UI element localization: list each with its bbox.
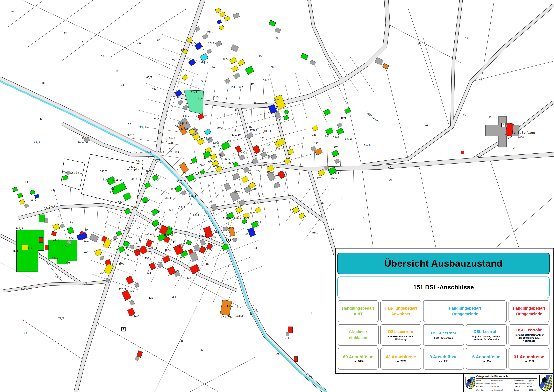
lot-line <box>306 76 313 92</box>
parcel-label: 50/1 <box>200 164 206 167</box>
parcel-label: 109 <box>252 187 257 190</box>
parcel-label: 155 <box>238 85 243 88</box>
parcel-label: 33 <box>40 117 42 120</box>
legend-method-5: DSL-LeerrohrHier sind Baumaßnahmen der O… <box>508 324 549 346</box>
parcel-label: 36/8 <box>158 151 164 154</box>
parcel-label: 39/1 <box>167 209 173 212</box>
building-e <box>234 73 240 79</box>
parcel-label: 12 <box>86 229 89 232</box>
building-e <box>89 234 99 242</box>
field-value: Anlage 2 Glasfaserinfrastruktur <box>491 383 512 385</box>
building-y <box>224 16 230 21</box>
parcel-label: 92/1 <box>255 221 261 224</box>
parcel-label: 6/4 <box>84 240 89 243</box>
parcel-label: 4/1 <box>100 272 105 275</box>
lot-line <box>209 264 232 273</box>
lot-line <box>273 180 276 197</box>
building-g <box>325 127 333 135</box>
parcel-label: 112/3 <box>237 306 244 308</box>
title-block-row: Bürgermeister:Thomas Müller <box>514 379 538 382</box>
building-b <box>35 194 39 198</box>
building-e <box>337 123 342 128</box>
parcel-label: 52/2 <box>213 141 219 144</box>
lot-line <box>222 185 225 205</box>
parcel-label: 29/1 <box>155 227 161 230</box>
parcel-label: 100 <box>137 42 142 44</box>
parcel-label: 83 <box>477 156 480 159</box>
parcel-label: 6/1 <box>84 251 89 254</box>
parcel-label: 74/1 <box>183 114 189 117</box>
parcel-label: 183 <box>312 133 317 136</box>
lot-line <box>212 175 216 198</box>
parcel-label: 81 <box>217 126 220 129</box>
building-y <box>312 125 319 131</box>
parcel-label: 113/3 <box>235 315 243 317</box>
parcel-label: 50/1 <box>320 202 326 205</box>
lot-line <box>236 257 251 262</box>
parcel-label: 101 <box>260 137 265 140</box>
title-block-header: Ortsgemeinde Bärenbach <box>476 375 537 379</box>
parcel-label: 79/1 <box>227 140 233 142</box>
parcel-label: 153/1 <box>200 60 208 63</box>
parcel-label: 111/2 <box>234 217 241 219</box>
lot-line <box>218 276 237 283</box>
legend-method-title: DSL-Leerrohr <box>516 327 542 333</box>
stream <box>0 81 158 157</box>
parcel-label: 41 <box>254 246 257 249</box>
parcel-label: 107/4 <box>267 170 274 173</box>
building-e <box>193 244 200 252</box>
parcel-label: 88 <box>254 102 257 105</box>
building-g <box>245 66 254 75</box>
parcel-label: 23 <box>463 114 466 117</box>
building-c <box>200 53 208 61</box>
parcel-label: 69/2 <box>208 41 214 44</box>
field-value: www.baerenbach-hunsrueck.de <box>491 389 512 391</box>
place-label: Tennisplatz <box>63 171 83 174</box>
parcel-label: 129/8 <box>233 190 241 193</box>
parcel-label: 111/1 <box>227 227 235 230</box>
parcel-label: 37 <box>144 200 147 203</box>
parcel-label: 59/7 <box>334 145 340 148</box>
parcel-label: 58/1 <box>165 248 171 251</box>
parcel-label: 76 <box>199 137 202 140</box>
field-label: Bürgermeister: <box>514 379 528 382</box>
lot-line <box>284 168 287 192</box>
lot-line <box>187 212 191 232</box>
legend-method-desc: liegt im Gehweg <box>434 336 453 339</box>
parcel-label: 121 <box>158 260 162 263</box>
parcel-label: 51 <box>512 147 515 150</box>
parcel-label: 6/3 <box>69 236 74 239</box>
coat-of-arms-right <box>539 375 553 392</box>
building-b <box>77 233 87 240</box>
legend-count-value: 69 Anschlüsse <box>343 354 373 359</box>
parcel-label: 19/2 <box>123 227 129 230</box>
building-y <box>298 213 305 219</box>
lot-line <box>296 73 301 96</box>
building-o <box>382 63 389 70</box>
lot-line <box>239 87 241 104</box>
parcel-label: 14/1 <box>109 191 114 194</box>
parcel-label: 66 <box>181 48 184 51</box>
parcel-label: 69/1 <box>207 30 213 33</box>
parcel-label: 4/2 <box>83 282 87 285</box>
parcel-label: 44/2 <box>53 239 59 242</box>
lot-line <box>104 208 109 232</box>
legend-count-percent: ca. 21% <box>524 360 534 363</box>
parcel-label: 82/2 <box>229 162 235 165</box>
parcel-label: 26 <box>389 178 392 181</box>
lot-line <box>97 207 98 224</box>
building-g <box>67 227 74 234</box>
legend-count-percent: ca. 2% <box>439 360 448 363</box>
parcel-label: 126/1 <box>119 288 126 291</box>
legend-count-3: 3 Anschlüsseca. 2% <box>423 348 464 370</box>
legend-count-value: 42 Anschlüsse <box>386 354 416 359</box>
field-line <box>408 9 435 87</box>
lot-line <box>177 81 200 89</box>
field-label: Planbeschreibung: <box>476 383 491 385</box>
field-line <box>423 36 449 126</box>
lot-line <box>349 55 358 68</box>
field-line <box>96 322 219 392</box>
parcel-label: 91/1 <box>273 99 279 102</box>
building-g <box>284 115 289 120</box>
parcel-label: 110/6 <box>259 195 266 197</box>
